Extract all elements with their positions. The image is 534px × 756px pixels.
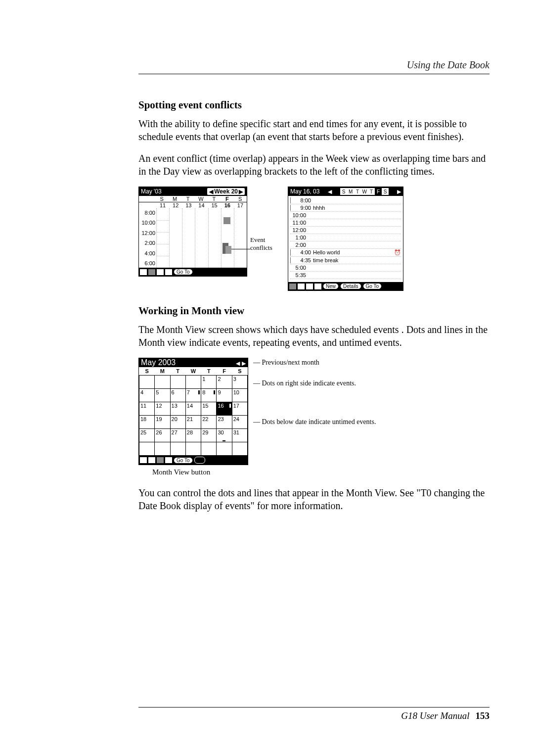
month-grid: S M T W T F S 1 2 3 4 5 6 7 8 9 10 [139, 367, 248, 456]
day-title-bar: May 16, 03 ◀ S M T W T F S ▶ [288, 187, 403, 196]
day-title: May 16, 03 [290, 188, 319, 195]
month-footer-bar: Go To [139, 456, 248, 465]
day-view-icon[interactable] [140, 269, 147, 275]
day-view-icon[interactable] [140, 457, 147, 463]
week-time-axis: 8:00 10:00 12:00 2:00 4:00 6:00 [139, 208, 156, 268]
event-bar-overlap [225, 246, 231, 254]
agenda-view-icon[interactable] [165, 269, 172, 275]
ann-rightdots: — Dots on right side indicate events. [253, 379, 376, 387]
week-number-label: Week 20 [214, 188, 238, 195]
goto-button[interactable]: Go To [174, 457, 193, 464]
day-view-icon[interactable] [289, 284, 296, 289]
day-view-screen: May 16, 03 ◀ S M T W T F S ▶ 8:00 9:00hh… [288, 187, 403, 291]
month-view-icon[interactable] [306, 284, 313, 289]
new-button[interactable]: New [323, 283, 339, 289]
next-month-arrow[interactable]: ▶ [242, 360, 246, 366]
next-week-arrow[interactable]: ▶ [239, 189, 243, 195]
month-title-bar: May 2003 ◀ ▶ [139, 358, 248, 367]
event-dot [229, 404, 231, 408]
week-switcher[interactable]: ◀ Week 20 ▶ [207, 188, 245, 195]
goto-button[interactable]: Go To [363, 283, 382, 289]
event-bar [223, 217, 230, 224]
para-monthview: The Month View screen shows which days h… [138, 323, 490, 349]
week-annotation: Event conflicts [250, 187, 285, 249]
today-cell[interactable]: 16 [217, 402, 232, 416]
toggle-icon[interactable] [194, 457, 205, 464]
week-datenum-row: 11 12 13 14 15 16 17 [139, 202, 247, 208]
next-day-arrow[interactable]: ▶ [397, 189, 401, 195]
week-view-icon[interactable] [148, 457, 155, 463]
event-dot [214, 390, 215, 394]
para-1: With the ability to define specific star… [138, 117, 490, 143]
prev-month-arrow[interactable]: ◀ [236, 360, 240, 366]
alarm-icon: ⏰ [394, 249, 401, 256]
week-footer-bar: Go To [139, 268, 247, 276]
week-view-icon[interactable] [298, 284, 305, 289]
prev-week-arrow[interactable]: ◀ [209, 189, 213, 195]
details-button[interactable]: Details [340, 283, 361, 289]
week-dow-row: S M T W T F S [139, 196, 247, 202]
agenda-view-icon[interactable] [165, 457, 172, 463]
month-caption: Month View button [152, 468, 490, 476]
para-2: An event conflict (time overlap) appears… [138, 152, 490, 178]
month-figure: May 2003 ◀ ▶ S M T W T F S 1 2 3 [138, 358, 490, 465]
heading-spotting: Spotting event conflicts [138, 99, 490, 111]
prev-day-arrow[interactable]: ◀ [328, 189, 332, 195]
week-title: May '03 [141, 188, 162, 195]
month-title: May 2003 [141, 358, 176, 367]
day-tabs: S M T W T F S [340, 188, 389, 195]
week-title-bar: May '03 ◀ Week 20 ▶ [139, 187, 247, 196]
untimed-dot [222, 440, 225, 441]
para-monthview-2: You can control the dots and lines that … [138, 486, 490, 512]
ann-belowdots: — Dots below date indicate untimed event… [253, 418, 376, 426]
week-view-screen: May '03 ◀ Week 20 ▶ S M T W T F S 11 12 … [138, 187, 247, 277]
ann-prevnext: — Previous/next month [253, 359, 376, 367]
month-view-icon[interactable] [157, 457, 164, 463]
month-annotations: — Previous/next month — Dots on right si… [253, 358, 376, 426]
manual-title: G18 User Manual [401, 710, 469, 721]
day-footer-bar: New Details Go To [288, 282, 403, 290]
section-header: Using the Date Book [138, 59, 490, 74]
goto-button[interactable]: Go To [174, 269, 193, 275]
event-dot [198, 390, 200, 394]
month-view-icon[interactable] [157, 269, 164, 275]
page-number: 153 [476, 710, 490, 721]
heading-monthview: Working in Month view [138, 305, 490, 317]
agenda-view-icon[interactable] [314, 284, 321, 289]
day-event-list: 8:00 9:00hhhh 10:00 11:00 12:00 1:00 2:0… [288, 196, 403, 282]
week-grid: 8:00 10:00 12:00 2:00 4:00 6:00 [139, 208, 247, 268]
week-view-icon[interactable] [148, 269, 155, 275]
month-view-screen: May 2003 ◀ ▶ S M T W T F S 1 2 3 [138, 358, 248, 465]
page-footer: G18 User Manual 153 [138, 707, 490, 721]
week-day-screens-row: May '03 ◀ Week 20 ▶ S M T W T F S 11 12 … [138, 187, 490, 291]
